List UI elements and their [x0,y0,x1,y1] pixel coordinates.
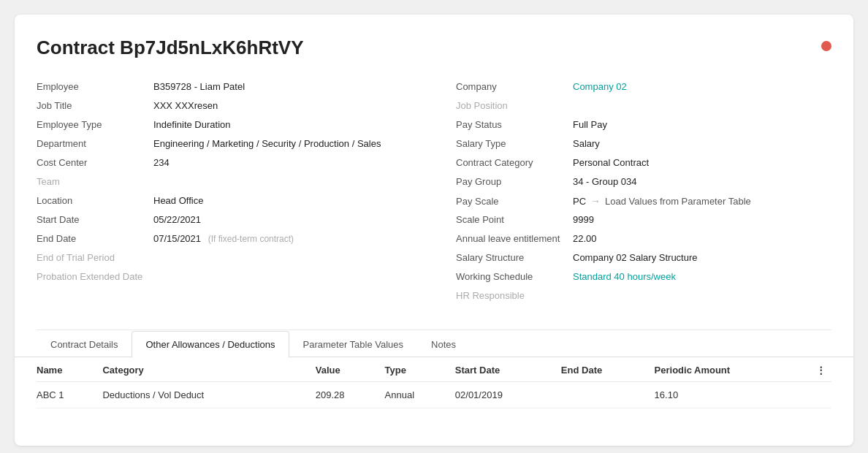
tab-other-allowances[interactable]: Other Allowances / Deductions [132,331,289,357]
col-value: Value [316,357,385,382]
job-title-value: XXX XXXresen [153,100,412,111]
right-section: Company Company 02 Job Position Pay Stat… [456,80,831,308]
row-type: Annual [385,382,455,408]
employee-label: Employee [37,81,153,92]
pay-group-label: Pay Group [456,176,573,187]
location-label: Location [37,195,153,206]
start-date-value: 05/22/2021 [153,214,412,225]
employee-value: B359728 - Liam Patel [153,81,412,92]
scale-point-row: Scale Point 9999 [456,213,831,232]
job-position-row: Job Position [456,99,831,118]
end-date-value: 07/15/2021 (If fixed-term contract) [153,233,412,244]
pay-status-label: Pay Status [456,119,573,130]
cost-center-label: Cost Center [37,157,153,168]
hr-responsible-row: HR Responsible [456,289,831,308]
job-title-label: Job Title [37,100,153,111]
load-values-link[interactable]: Load Values from Parameter Table [605,196,751,207]
start-date-row: Start Date 05/22/2021 [37,213,412,232]
working-schedule-row: Working Schedule Standard 40 hours/week [456,270,831,289]
salary-type-row: Salary Type Salary [456,137,831,156]
company-value[interactable]: Company 02 [573,81,831,92]
employee-type-value: Indefinite Duration [153,119,412,130]
end-date-row: End Date 07/15/2021 (If fixed-term contr… [37,232,412,251]
tabs: Contract Details Other Allowances / Dedu… [15,330,853,357]
pay-group-value: 34 - Group 034 [573,176,831,187]
probation-row: Probation Extended Date [37,270,412,289]
row-menu [816,382,831,408]
department-label: Department [37,138,153,149]
col-type: Type [385,357,455,382]
tab-notes[interactable]: Notes [417,331,470,357]
salary-structure-row: Salary Structure Company 02 Salary Struc… [456,251,831,270]
salary-structure-value: Company 02 Salary Structure [573,252,831,263]
company-label: Company [456,81,573,92]
col-end-date: End Date [561,357,655,382]
salary-type-value: Salary [573,138,831,149]
tab-contract-details[interactable]: Contract Details [37,331,132,357]
pay-scale-label: Pay Scale [456,196,573,207]
salary-structure-label: Salary Structure [456,252,573,263]
table-section: Name Category Value Type Start Date End … [37,357,831,408]
col-menu[interactable]: ⋮ [816,357,831,382]
form-body: Employee B359728 - Liam Patel Job Title … [37,80,831,308]
pay-scale-row: Pay Scale PC → Load Values from Paramete… [456,194,831,213]
location-row: Location Head Office [37,194,412,213]
table-body: ABC 1 Deductions / Vol Deduct 209.28 Ann… [37,382,831,408]
annual-leave-label: Annual leave entitlement [456,233,573,244]
row-start-date: 02/01/2019 [455,382,561,408]
start-date-label: Start Date [37,214,153,225]
working-schedule-value[interactable]: Standard 40 hours/week [573,271,831,282]
col-start-date: Start Date [455,357,561,382]
employee-row: Employee B359728 - Liam Patel [37,80,412,99]
row-periodic-amount: 16.10 [655,382,816,408]
working-schedule-label: Working Schedule [456,271,573,282]
col-name: Name [37,357,102,382]
table-row: ABC 1 Deductions / Vol Deduct 209.28 Ann… [37,382,831,408]
department-value: Engineering / Marketing / Security / Pro… [153,138,412,149]
company-row: Company Company 02 [456,80,831,99]
annual-leave-row: Annual leave entitlement 22.00 [456,232,831,251]
annual-leave-value: 22.00 [573,233,831,244]
table-header-row: Name Category Value Type Start Date End … [37,357,831,382]
trial-period-row: End of Trial Period [37,251,412,270]
contract-category-label: Contract Category [456,157,573,168]
scale-point-value: 9999 [573,214,831,225]
col-periodic-amount: Periodic Amount [655,357,816,382]
row-category: Deductions / Vol Deduct [102,382,315,408]
probation-label: Probation Extended Date [37,271,153,282]
contract-card: Contract Bp7Jd5nLxK6hRtVY Employee B3597… [15,15,853,446]
contract-category-row: Contract Category Personal Contract [456,156,831,175]
department-row: Department Engineering / Marketing / Sec… [37,137,412,156]
pay-status-row: Pay Status Full Pay [456,118,831,137]
table-header: Name Category Value Type Start Date End … [37,357,831,382]
status-indicator [821,41,831,51]
end-date-label: End Date [37,233,153,244]
allowances-table: Name Category Value Type Start Date End … [37,357,831,408]
contract-title: Contract Bp7Jd5nLxK6hRtVY [37,37,304,59]
hr-responsible-label: HR Responsible [456,290,573,301]
team-label: Team [37,176,153,187]
left-section: Employee B359728 - Liam Patel Job Title … [37,80,412,308]
arrow-icon: → [590,195,601,207]
scale-point-label: Scale Point [456,214,573,225]
card-header: Contract Bp7Jd5nLxK6hRtVY [37,37,831,59]
end-date-hint: (If fixed-term contract) [208,234,294,244]
row-end-date [561,382,655,408]
employee-type-row: Employee Type Indefinite Duration [37,118,412,137]
tab-parameter-table[interactable]: Parameter Table Values [289,331,418,357]
pay-scale-code: PC [573,196,586,207]
contract-category-value: Personal Contract [573,157,831,168]
team-row: Team [37,175,412,194]
pay-scale-value: PC → Load Values from Parameter Table [573,195,831,207]
job-position-label: Job Position [456,100,573,111]
row-name: ABC 1 [37,382,102,408]
cost-center-row: Cost Center 234 [37,156,412,175]
trial-period-label: End of Trial Period [37,252,153,263]
col-category: Category [102,357,315,382]
salary-type-label: Salary Type [456,138,573,149]
employee-type-label: Employee Type [37,119,153,130]
pay-group-row: Pay Group 34 - Group 034 [456,175,831,194]
location-value: Head Office [153,195,412,206]
cost-center-value: 234 [153,157,412,168]
job-title-row: Job Title XXX XXXresen [37,99,412,118]
